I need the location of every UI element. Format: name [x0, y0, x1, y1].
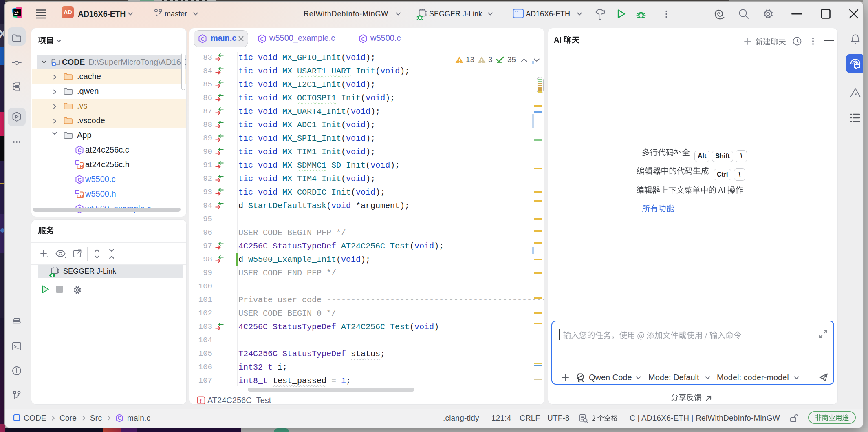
svg-text:C: C [77, 147, 82, 153]
svg-text:C: C [118, 415, 121, 421]
svg-text:H: H [80, 194, 83, 199]
svg-text:C: C [77, 177, 82, 183]
svg-text:C: C [200, 36, 205, 42]
svg-text:C: C [260, 36, 264, 42]
svg-text:C: C [361, 36, 365, 42]
svg-text:AD: AD [64, 9, 72, 16]
svg-text:H: H [80, 164, 83, 169]
svg-text:CL: CL [14, 10, 18, 13]
svg-text:f: f [200, 398, 202, 404]
